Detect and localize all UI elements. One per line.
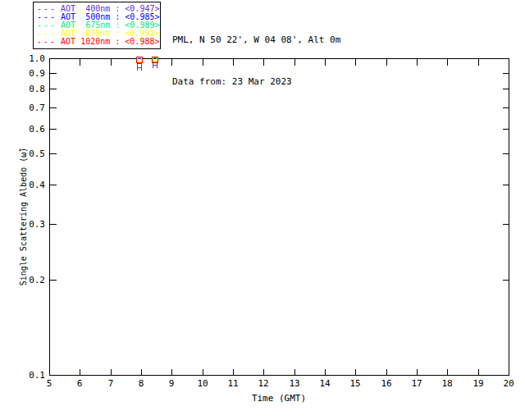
legend-dash-sample: ---: [37, 38, 57, 46]
x-tick-label: 17: [411, 378, 422, 389]
x-tick-label: 6: [77, 378, 83, 389]
x-tick-label: 13: [289, 378, 299, 389]
y-tick-label: 0.3: [29, 219, 45, 230]
x-tick-label: 20: [503, 378, 514, 389]
header-block: PML, N 50 22', W 04 08', Alt 0m Data fro…: [172, 5, 340, 116]
y-axis-label: Single Scattering Albedo (ω̃): [19, 148, 28, 286]
legend-box: ---AOT 400nm : <0.947>---AOT 500nm : <0.…: [33, 2, 161, 49]
x-axis-label: Time (GMT): [49, 393, 509, 404]
site-location-text: PML, N 50 22', W 04 08', Alt 0m: [172, 33, 340, 47]
x-tick-label: 19: [472, 378, 483, 389]
y-tick-label: 0.1: [29, 370, 45, 381]
y-tick-label: 0.8: [29, 84, 45, 94]
y-tick-label: 0.5: [29, 148, 45, 159]
y-tick-label: 0.2: [29, 275, 45, 285]
y-tick-label: 0.7: [29, 103, 45, 113]
data-marker: [138, 64, 142, 68]
legend-label: AOT 1020nm : <0.988>: [61, 38, 159, 46]
x-tick-label: 16: [381, 378, 391, 389]
x-tick-label: 15: [349, 378, 360, 389]
x-tick-label: 18: [441, 378, 452, 389]
x-tick-label: 12: [258, 378, 268, 389]
x-tick-label: 10: [197, 378, 208, 389]
y-tick-label: 0.4: [29, 180, 45, 190]
x-tick-label: 8: [139, 378, 144, 389]
y-tick-label: 1.0: [29, 53, 45, 64]
y-tick-label: 0.6: [29, 124, 45, 135]
legend-row: ---AOT 1020nm : <0.988>: [37, 38, 157, 46]
x-tick-label: 14: [319, 378, 331, 389]
data-date-text: Data from: 23 Mar 2023: [172, 75, 340, 89]
x-tick-label: 5: [47, 378, 52, 389]
x-tick-label: 9: [169, 378, 175, 389]
ssa-plot-page: 5678910111213141516171819201.00.90.80.70…: [0, 0, 525, 420]
x-tick-label: 11: [227, 378, 238, 389]
y-tick-label: 0.9: [29, 68, 45, 79]
x-tick-label: 7: [108, 378, 114, 389]
